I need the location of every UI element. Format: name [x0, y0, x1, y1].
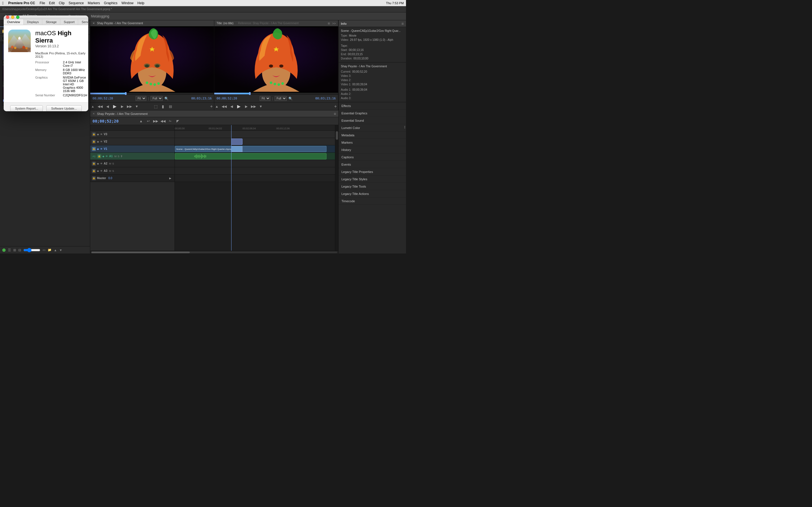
insert-btn[interactable]: ⬚ [153, 104, 158, 109]
menu-help[interactable]: Help [137, 1, 144, 5]
grid-view-icon[interactable]: ⊞ [13, 248, 16, 252]
camera-btn[interactable]: ▤ [168, 104, 173, 109]
program-zoom-icon[interactable]: 🔍 [289, 97, 293, 101]
menu-edit[interactable]: Edit [49, 1, 55, 5]
source-quality-select[interactable]: Full [151, 96, 163, 101]
master-lock-btn[interactable]: 🔒 [92, 176, 96, 180]
dialog-maximize-btn[interactable] [16, 15, 19, 19]
playhead[interactable] [231, 125, 232, 251]
timeline-menu[interactable]: ≡ [334, 112, 336, 116]
prog-step-back[interactable]: ◀ [229, 104, 234, 109]
panel-timecode[interactable]: Timecode [339, 198, 406, 205]
source-scrubber[interactable] [90, 93, 214, 94]
program-fit-select[interactable]: Fit [260, 96, 270, 101]
seq-close-btn[interactable]: ✕ [93, 112, 95, 115]
folder-icon-bottom[interactable]: 📁 [48, 248, 52, 252]
info-panel-menu[interactable]: ≡ [402, 21, 404, 26]
program-quality-select[interactable]: Full [274, 96, 287, 101]
panel-legacy-title-tools[interactable]: Legacy Title Tools [339, 183, 406, 190]
software-update-btn[interactable]: Software Update... [46, 105, 82, 111]
panel-captions[interactable]: Captions [339, 154, 406, 161]
source-zoom-icon[interactable]: 🔍 [164, 97, 168, 101]
a2-lock-btn[interactable]: 🔒 [92, 162, 96, 166]
prog-mark-out[interactable]: ▼ [258, 104, 263, 109]
zoom-slider[interactable] [23, 248, 40, 252]
vscroll-thumb[interactable] [336, 131, 338, 140]
a1-lock-btn[interactable]: 🔒 [97, 154, 101, 158]
v1-lock-btn[interactable]: 🔒 [92, 147, 96, 151]
dialog-tab-support[interactable]: Support [60, 19, 79, 25]
play-btn[interactable]: ▶ [112, 104, 117, 109]
menu-window[interactable]: Window [121, 1, 134, 5]
v3-lock-btn[interactable]: 🔒 [92, 132, 96, 136]
a3-visibility-icon[interactable]: 👁 [100, 170, 103, 172]
a1-clip[interactable] [175, 153, 326, 159]
panel-lumetri[interactable]: Lumetri Color [339, 124, 406, 131]
v3-visibility-icon[interactable]: 👁 [100, 133, 103, 136]
panel-legacy-title-actions[interactable]: Legacy Title Actions [339, 190, 406, 198]
step-back-btn[interactable]: ◀ [105, 104, 110, 109]
panel-essential-graphics[interactable]: Essential Graphics [339, 110, 406, 117]
menu-markers[interactable]: Markers [88, 1, 100, 5]
master-end-btn[interactable]: ► [168, 176, 173, 181]
timeline-vscroll[interactable] [335, 125, 338, 251]
menu-sequence[interactable]: Sequence [68, 1, 84, 5]
hscroll-track[interactable] [91, 251, 337, 253]
source-close-btn[interactable]: ✕ [93, 22, 95, 25]
system-report-btn[interactable]: System Report... [10, 105, 43, 111]
top-panel-metalogging[interactable]: Metalogging [89, 14, 111, 19]
panel-metadata[interactable]: Metadata [339, 131, 406, 139]
menu-graphics[interactable]: Graphics [104, 1, 117, 5]
list-view-icon[interactable]: ☰ [8, 248, 11, 252]
v2-visibility-icon[interactable]: 👁 [100, 140, 103, 143]
snap-btn[interactable]: ▲ [139, 119, 144, 124]
v1-main-clip[interactable]: Scene - QueenCAEp1Guitar2/Gov Right Quar… [175, 146, 326, 152]
prog-play-btn[interactable]: ▶ [236, 104, 241, 109]
jump-back-btn[interactable]: ◀◀ [98, 104, 103, 109]
icon-view-icon[interactable]: ⊟ [18, 248, 21, 252]
dialog-close-btn[interactable] [6, 15, 9, 19]
program-scrubber[interactable] [214, 93, 338, 94]
prog-jump-fwd[interactable]: ▶▶ [251, 104, 256, 109]
panel-essential-sound[interactable]: Essential Sound [339, 117, 406, 124]
dialog-tab-overview[interactable]: Overview [4, 19, 24, 25]
prog-mark-in[interactable]: ▲ [214, 104, 219, 109]
program-expand[interactable]: >> [332, 22, 336, 25]
panel-legacy-title-properties[interactable]: Legacy Title Properties [339, 168, 406, 175]
mark-out-btn[interactable]: ▼ [134, 104, 139, 109]
prog-step-fwd[interactable]: ▶ [244, 104, 249, 109]
program-menu[interactable]: ≡ [327, 21, 330, 25]
slip-btn[interactable]: ◤ [175, 119, 180, 124]
a1-visibility-icon[interactable]: 👁 [105, 155, 108, 158]
track-select-bwd[interactable]: ◀◀ [160, 119, 165, 124]
panel-legacy-title-styles[interactable]: Legacy Title Styles [339, 175, 406, 183]
v2-lock-btn[interactable]: 🔒 [92, 140, 96, 144]
apple-menu[interactable]:  [2, 1, 4, 5]
a2-visibility-icon[interactable]: 👁 [100, 162, 103, 165]
step-fwd-btn[interactable]: ▶ [119, 104, 124, 109]
panel-markers[interactable]: Markers [339, 139, 406, 146]
dialog-tab-displays[interactable]: Displays [24, 19, 43, 25]
dialog-minimize-btn[interactable] [11, 15, 14, 19]
prog-add-marker[interactable]: + [333, 104, 338, 109]
hscroll-thumb[interactable] [91, 251, 190, 253]
a3-lock-btn[interactable]: 🔒 [92, 169, 96, 173]
mark-in-btn[interactable]: ▲ [90, 104, 95, 109]
panel-events[interactable]: Events [339, 161, 406, 168]
zoom-icon[interactable]: ▭ [43, 248, 45, 252]
razor-btn[interactable]: ✁ [168, 119, 173, 124]
v2-clip[interactable] [231, 138, 243, 145]
menu-file[interactable]: File [40, 1, 45, 5]
undo-btn[interactable]: ↩ [146, 119, 151, 124]
v1-visibility-icon[interactable]: 👁 [100, 148, 103, 151]
panel-history[interactable]: History [339, 146, 406, 154]
track-select-fwd[interactable]: ▶▶ [153, 119, 158, 124]
dialog-tab-storage[interactable]: Storage [42, 19, 60, 25]
jump-fwd-btn[interactable]: ▶▶ [127, 104, 132, 109]
down-icon[interactable]: ▼ [59, 248, 62, 252]
add-marker-btn[interactable]: + [209, 104, 214, 109]
prog-jump-back[interactable]: ◀◀ [221, 104, 227, 109]
timeline-hscroll[interactable] [90, 251, 338, 253]
up-icon[interactable]: ▲ [54, 248, 57, 252]
v1-active-clip[interactable] [231, 146, 243, 152]
